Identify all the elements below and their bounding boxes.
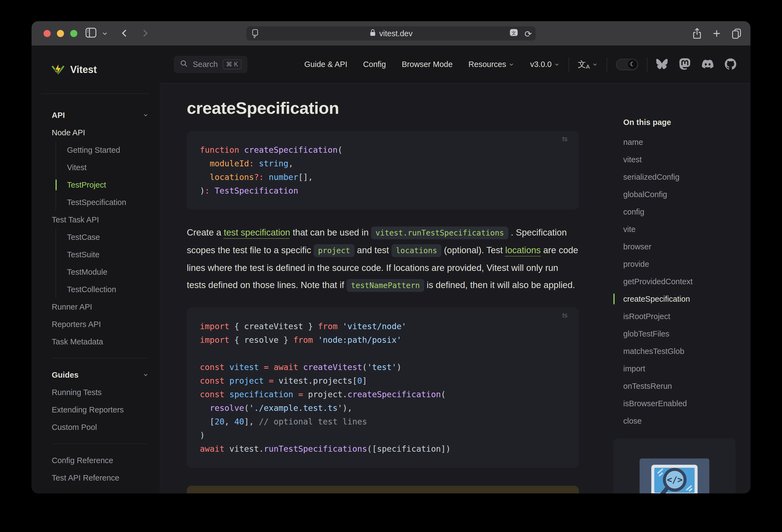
sidebar-item-vitest[interactable]: Vitest: [67, 159, 149, 176]
toc-item-globalconfig[interactable]: globalConfig: [613, 186, 750, 203]
sidebar-item-config-reference[interactable]: Config Reference: [52, 452, 149, 469]
code-line: [20, 40], // optional test lines: [200, 415, 566, 429]
social-bluesky[interactable]: [656, 58, 668, 71]
sidebar-item-custom-pool[interactable]: Custom Pool: [52, 419, 149, 436]
toc-item-ontestsrerun[interactable]: onTestsRerun: [613, 377, 750, 395]
zoom-window-button[interactable]: [70, 30, 77, 37]
back-button[interactable]: [119, 27, 130, 40]
toc-item-label: isBrowserEnabled: [623, 399, 687, 408]
toc-item-vitest[interactable]: vitest: [613, 151, 750, 168]
sidebar-item-getting-started[interactable]: Getting Started: [67, 141, 149, 159]
social-mastodon[interactable]: [679, 58, 690, 71]
minimize-window-button[interactable]: [57, 30, 64, 37]
inline-code-vitest-runtestspecifications[interactable]: vitest.runTestSpecifications: [371, 226, 508, 239]
code-line: resolve('./example.test.ts'),: [200, 401, 566, 415]
page-settings-icon[interactable]: [251, 29, 259, 40]
new-tab-icon[interactable]: [711, 27, 722, 41]
sidebar-item-running-tests[interactable]: Running Tests: [52, 384, 149, 401]
toc-item-matchestestglob[interactable]: matchesTestGlob: [613, 343, 750, 360]
toc-item-label: matchesTestGlob: [623, 347, 684, 356]
code-line: ): [200, 429, 566, 442]
toc-item-import[interactable]: import: [613, 360, 750, 377]
sidebar-subgroup: Getting StartedVitestTestProjectTestSpec…: [56, 141, 149, 211]
code-line: const specification = project.createSpec…: [200, 388, 566, 401]
toc-item-label: vite: [623, 225, 636, 234]
toc-item-config[interactable]: config: [613, 203, 750, 220]
social-discord[interactable]: [702, 58, 713, 71]
ad-card[interactable]: </>: [613, 438, 736, 493]
toc-item-isrootproject[interactable]: isRootProject: [613, 308, 750, 325]
sidebar-item-testsuite[interactable]: TestSuite: [67, 246, 149, 263]
sidebar-item-runner-api[interactable]: Runner API: [52, 298, 149, 316]
sidebar-item-test-api-reference[interactable]: Test API Reference: [52, 469, 149, 487]
top-navbar: Search ⌘ K Guide & APIConfigBrowser Mode…: [159, 46, 750, 83]
toc-item-label: name: [623, 138, 643, 146]
toc-item-label: onTestsRerun: [623, 382, 672, 390]
nav-link-config[interactable]: Config: [363, 60, 386, 69]
toc-item-globtestfiles[interactable]: globTestFiles: [613, 325, 750, 343]
code-line: const project = vitest.projects[0]: [200, 374, 566, 388]
search-button[interactable]: Search ⌘ K: [174, 56, 248, 73]
nav-link-label: Guide & API: [305, 60, 348, 69]
sidebar-item-testcollection[interactable]: TestCollection: [67, 281, 149, 298]
toc-item-label: globTestFiles: [623, 329, 669, 338]
toc-item-serializedconfig[interactable]: serializedConfig: [613, 168, 750, 186]
toc-item-vite[interactable]: vite: [613, 220, 750, 238]
sidebar-item-testcase[interactable]: TestCase: [67, 228, 149, 246]
toc-item-createspecification[interactable]: createSpecification: [613, 290, 750, 308]
sidebar-item-testspecification[interactable]: TestSpecification: [67, 193, 149, 211]
address-bar[interactable]: vitest.dev 文 ⟳: [246, 26, 536, 41]
sidebar-item-node-api[interactable]: Node API: [52, 124, 149, 141]
share-icon[interactable]: [691, 27, 703, 41]
code-block-example[interactable]: ts import { createVitest } from 'vitest/…: [187, 308, 579, 468]
code-block-signature[interactable]: ts function createSpecification( moduleI…: [187, 131, 579, 210]
toc-item-provide[interactable]: provide: [613, 255, 750, 273]
nav-link-label: Config: [363, 60, 386, 69]
toc-item-label: browser: [623, 242, 651, 251]
nav-link-resources[interactable]: Resources: [468, 60, 514, 69]
sidebar-item-test-task-api[interactable]: Test Task API: [52, 211, 149, 228]
translate-icon: 文A: [578, 59, 590, 70]
close-window-button[interactable]: [43, 30, 51, 37]
nav-link-browser-mode[interactable]: Browser Mode: [402, 60, 453, 69]
sidebar-toggle-icon[interactable]: [85, 27, 97, 39]
chevron-down-icon: [508, 62, 514, 68]
toc-item-label: isRootProject: [623, 312, 670, 321]
translate-icon[interactable]: 文: [509, 28, 519, 39]
version-label: v3.0.0: [530, 60, 552, 69]
sidebar-item-extending-reporters[interactable]: Extending Reporters: [52, 401, 149, 419]
sidebar-divider: [52, 444, 149, 444]
social-github[interactable]: [725, 58, 736, 71]
toc-item-browser[interactable]: browser: [613, 238, 750, 255]
sidebar-item-testproject[interactable]: TestProject: [67, 176, 149, 193]
toc-item-name[interactable]: name: [613, 133, 750, 151]
sidebar-section-guides[interactable]: Guides: [52, 366, 149, 384]
sidebar-section-label: Guides: [52, 370, 78, 380]
reload-icon[interactable]: ⟳: [525, 29, 532, 39]
version-menu[interactable]: v3.0.0: [530, 60, 560, 69]
nav-link-guide-api[interactable]: Guide & API: [305, 60, 348, 69]
sidebar-item-reporters-api[interactable]: Reporters API: [52, 316, 149, 333]
sidebar-item-task-metadata[interactable]: Task Metadata: [52, 333, 149, 350]
sidebar-menu-chevron-icon[interactable]: [102, 31, 108, 38]
tabs-overview-icon[interactable]: [731, 27, 742, 41]
doc: createSpecification ts function createSp…: [187, 83, 579, 493]
theme-toggle[interactable]: ☾: [616, 59, 638, 70]
sidebar-section-api[interactable]: API: [52, 106, 149, 124]
lock-icon: [369, 29, 376, 38]
toc-item-getprovidedcontext[interactable]: getProvidedContext: [613, 273, 750, 290]
link-locations[interactable]: locations: [505, 245, 541, 255]
toc-item-isbrowserenabled[interactable]: isBrowserEnabled: [613, 395, 750, 412]
toc-item-close[interactable]: close: [613, 412, 750, 430]
nav-link-label: Resources: [468, 60, 506, 69]
code-line: await vitest.runTestSpecifications([spec…: [200, 442, 566, 456]
sidebar-divider: [52, 358, 149, 359]
sidebar-item-testmodule[interactable]: TestModule: [67, 263, 149, 281]
toc-item-label: globalConfig: [623, 190, 667, 199]
logo[interactable]: Vitest: [32, 46, 159, 94]
code-line: import { createVitest } from 'vitest/nod…: [200, 320, 566, 333]
text: is defined, then it will also be applied…: [424, 280, 575, 290]
forward-button[interactable]: [139, 27, 150, 40]
link-test-specification[interactable]: test specification: [224, 227, 290, 238]
language-menu[interactable]: 文A: [578, 59, 598, 70]
